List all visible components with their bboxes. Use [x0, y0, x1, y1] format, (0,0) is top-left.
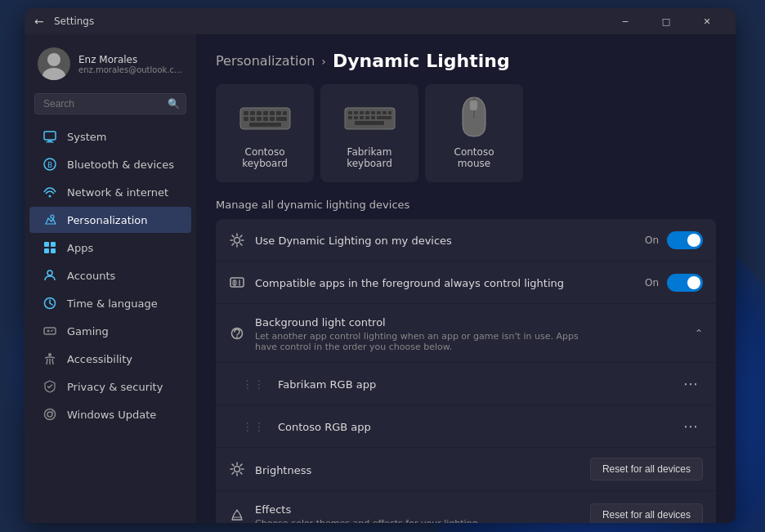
breadcrumb-current: Dynamic Lighting	[333, 51, 510, 71]
search-box: 🔍	[34, 93, 186, 114]
manage-section-title: Manage all dynamic lighting devices	[216, 199, 716, 211]
sidebar-item-system[interactable]: System	[29, 123, 191, 150]
fabrikam-rgb-menu[interactable]: ⋯	[678, 373, 703, 394]
network-icon	[42, 185, 57, 199]
titlebar-title: Settings	[54, 16, 606, 27]
sidebar-item-gaming[interactable]: Gaming	[29, 318, 191, 344]
dynamic-lighting-label: Use Dynamic Lighting on my devices	[255, 235, 452, 247]
sidebar-item-network[interactable]: Network & internet	[29, 179, 191, 205]
fabrikam-keyboard-icon	[341, 97, 398, 138]
maximize-button[interactable]: □	[647, 8, 685, 34]
sidebar-item-label-privacy: Privacy & security	[67, 381, 163, 393]
svg-rect-37	[354, 111, 358, 114]
accessibility-icon	[42, 351, 57, 366]
profile-info: Enz Morales enz.morales@outlook.com	[78, 54, 183, 74]
sidebar-item-personalization[interactable]: Personalization	[29, 207, 191, 233]
gaming-icon	[42, 324, 57, 338]
device-name-contoso-mouse: Contoso mouse	[438, 146, 510, 169]
device-card-fabrikam-keyboard[interactable]: Fabrikam keyboard	[320, 84, 418, 182]
close-button[interactable]: ✕	[688, 8, 726, 34]
dynamic-lighting-text: Use Dynamic Lighting on my devices	[255, 232, 635, 248]
contoso-keyboard-icon	[236, 97, 293, 138]
sidebar-item-label-gaming: Gaming	[67, 325, 109, 338]
effects-reset-button[interactable]: Reset for all devices	[590, 503, 703, 523]
avatar[interactable]	[38, 47, 70, 80]
background-light-icon	[229, 325, 245, 342]
setting-row-dynamic-lighting: Use Dynamic Lighting on my devices On	[216, 219, 716, 262]
bluetooth-icon: B	[42, 157, 57, 172]
compatible-apps-label: Compatible apps in the foreground always…	[255, 277, 564, 289]
update-icon	[42, 407, 57, 422]
svg-point-19	[45, 409, 56, 420]
svg-rect-25	[270, 111, 275, 115]
sidebar-item-label-bluetooth: Bluetooth & devices	[67, 159, 174, 171]
fabrikam-rgb-right: ⋯	[678, 373, 703, 394]
background-light-text: Background light control Let another app…	[255, 314, 685, 352]
svg-rect-24	[263, 111, 268, 115]
sidebar-item-accounts[interactable]: Accounts	[29, 262, 191, 288]
effects-icon	[229, 507, 245, 523]
sidebar: Enz Morales enz.morales@outlook.com 🔍	[25, 34, 196, 523]
expand-icon[interactable]: ⌃	[695, 328, 703, 339]
brightness-right: Reset for all devices	[590, 458, 703, 481]
contoso-rgb-menu[interactable]: ⋯	[678, 416, 703, 436]
svg-rect-44	[348, 116, 352, 119]
content-wrapper: Enz Morales enz.morales@outlook.com 🔍	[25, 34, 736, 523]
brightness-label: Brightness	[255, 464, 311, 476]
svg-text:B: B	[47, 161, 52, 169]
svg-rect-41	[377, 111, 381, 114]
sidebar-item-label-time: Time & language	[67, 297, 158, 310]
svg-line-60	[240, 235, 242, 237]
profile-section: Enz Morales enz.morales@outlook.com	[25, 41, 196, 90]
setting-row-brightness: Brightness Reset for all devices	[216, 448, 716, 491]
sidebar-item-time[interactable]: Time & language	[29, 290, 191, 316]
breadcrumb-parent[interactable]: Personalization	[216, 53, 315, 69]
personalization-icon	[42, 212, 57, 227]
svg-rect-4	[46, 142, 54, 143]
svg-rect-32	[270, 117, 275, 121]
background-light-label: Background light control	[255, 316, 386, 329]
svg-point-0	[47, 53, 60, 66]
device-cards: Contoso keyboard	[216, 84, 716, 182]
effects-desc: Choose color themes and effects for your…	[255, 518, 580, 523]
compatible-apps-text: Compatible apps in the foreground always…	[255, 275, 635, 290]
compatible-apps-toggle[interactable]	[667, 274, 703, 292]
search-input[interactable]	[34, 93, 186, 114]
sidebar-item-apps[interactable]: Apps	[29, 235, 191, 261]
svg-line-59	[240, 244, 242, 245]
svg-point-16	[51, 330, 52, 332]
sidebar-item-privacy[interactable]: Privacy & security	[29, 373, 191, 400]
dynamic-lighting-icon	[229, 232, 245, 248]
svg-rect-2	[44, 132, 56, 140]
svg-rect-10	[51, 242, 56, 247]
system-icon	[42, 129, 57, 144]
minimize-button[interactable]: ─	[606, 8, 644, 34]
svg-point-7	[49, 195, 51, 198]
sidebar-item-update[interactable]: Windows Update	[29, 401, 191, 427]
sidebar-item-accessibility[interactable]: Accessibility	[29, 346, 191, 372]
svg-point-1	[42, 68, 65, 80]
svg-rect-15	[44, 328, 56, 334]
fabrikam-rgb-label: Fabrikam RGB app	[278, 378, 376, 391]
dynamic-lighting-on-label: On	[645, 235, 659, 246]
device-name-fabrikam-keyboard: Fabrikam keyboard	[333, 146, 405, 169]
device-card-contoso-keyboard[interactable]: Contoso keyboard	[216, 84, 314, 182]
svg-line-71	[232, 464, 234, 466]
drag-handle-contoso[interactable]: ⋮⋮	[242, 420, 265, 433]
svg-rect-42	[382, 111, 387, 114]
sidebar-item-bluetooth[interactable]: B Bluetooth & devices	[29, 151, 191, 177]
svg-rect-11	[44, 248, 49, 253]
compatible-apps-right: On	[645, 274, 703, 292]
contoso-rgb-label: Contoso RGB app	[278, 421, 371, 433]
contoso-rgb-right: ⋯	[678, 416, 703, 436]
svg-rect-49	[377, 116, 391, 119]
svg-rect-23	[257, 111, 262, 115]
drag-handle-fabrikam[interactable]: ⋮⋮	[242, 378, 265, 391]
dynamic-lighting-toggle[interactable]	[667, 231, 703, 249]
device-card-contoso-mouse[interactable]: Contoso mouse	[425, 84, 523, 182]
svg-line-72	[240, 472, 242, 474]
settings-list: Use Dynamic Lighting on my devices On	[216, 219, 716, 523]
brightness-reset-button[interactable]: Reset for all devices	[590, 458, 703, 481]
svg-rect-27	[283, 111, 287, 115]
back-button[interactable]: ←	[34, 15, 47, 28]
